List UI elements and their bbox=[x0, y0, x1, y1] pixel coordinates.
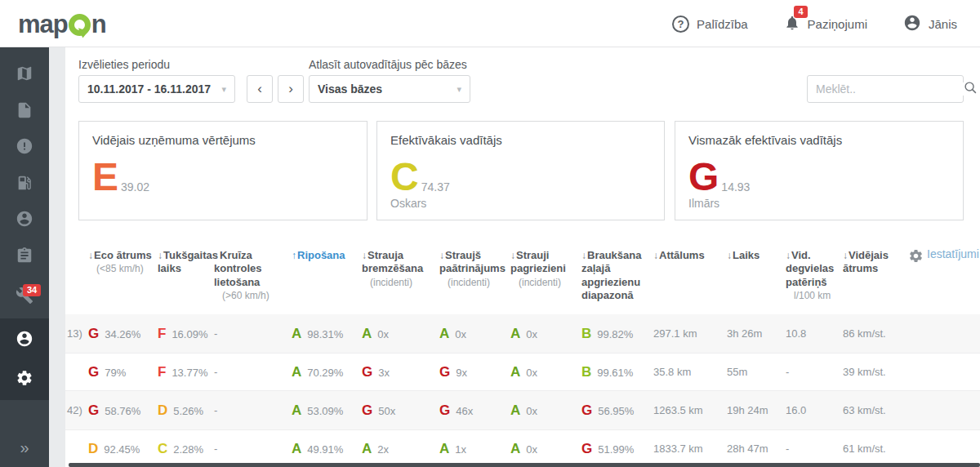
card-company-average: Vidējais uzņēmuma vērtējums E 39.02 bbox=[78, 121, 368, 220]
sidebar-item-map[interactable] bbox=[16, 64, 33, 82]
distance-cell: 35.8 km bbox=[653, 366, 727, 378]
column-header-1[interactable]: ↓Tukšgaitas laiks bbox=[158, 241, 214, 314]
fuel-cell: - bbox=[786, 366, 843, 378]
grade-letter: A bbox=[292, 364, 301, 380]
sort-desc-icon: ↓ bbox=[88, 250, 93, 261]
time-cell: 19h 24m bbox=[727, 404, 786, 416]
grade-cell: D92.45% bbox=[88, 441, 158, 457]
grade-cell: A70.29% bbox=[292, 364, 362, 380]
table-row[interactable]: D92.45%C2.28%-A49.91%A2xA1xA0xG51.99%183… bbox=[65, 429, 980, 467]
search-icon[interactable] bbox=[964, 81, 978, 98]
grade-value: 46x bbox=[456, 405, 473, 417]
card-title: Efektīvākais vadītājs bbox=[390, 133, 651, 147]
column-header-0[interactable]: ↓Eco ātrums(<85 km/h) bbox=[88, 241, 158, 314]
column-header-5[interactable]: ↓Straujš paātrinājums(incidenti) bbox=[439, 241, 510, 314]
column-sublabel: (<85 km/h) bbox=[96, 263, 158, 275]
base-select[interactable]: Visas bāzes ▾ bbox=[309, 75, 470, 103]
user-avatar-icon bbox=[903, 14, 921, 34]
card-title: Vidējais uzņēmuma vērtējums bbox=[92, 133, 354, 147]
sidebar-collapse-button[interactable]: » bbox=[0, 438, 49, 457]
grade-value: 3x bbox=[378, 367, 390, 379]
table-row[interactable]: G79%F13.77%-A70.29%G3xG9xA0xB99.61%35.8 … bbox=[65, 353, 980, 391]
avg-speed-cell: 61 km/st. bbox=[843, 443, 908, 455]
column-label: Braukšana zaļajā apgriezienu diapazonā bbox=[581, 249, 641, 301]
grade-value: 99.82% bbox=[597, 328, 633, 340]
sidebar-item-drivers[interactable] bbox=[16, 210, 33, 228]
fuel-cell: - bbox=[786, 443, 843, 455]
column-header-3[interactable]: ↑Ripošana bbox=[292, 241, 362, 314]
column-header-9[interactable]: ↓Laiks bbox=[727, 241, 786, 314]
top-bar: map n ? Palīdzība 4 Paziņojumi Jānis bbox=[0, 0, 980, 47]
sort-desc-icon: ↓ bbox=[786, 250, 791, 261]
column-label: Laiks bbox=[733, 249, 760, 261]
grade-cell: G58.76% bbox=[88, 403, 158, 419]
sidebar-item-driver-profile[interactable] bbox=[16, 330, 33, 348]
grade-cell: F16.09% bbox=[158, 326, 214, 342]
sidebar-item-tasks[interactable] bbox=[16, 247, 33, 265]
sidebar-nav: 34 » bbox=[0, 47, 49, 467]
search-field[interactable] bbox=[807, 75, 964, 103]
column-label: Strauja bremzēšana bbox=[362, 249, 423, 274]
notifications-menu[interactable]: 4 Paziņojumi bbox=[784, 15, 867, 33]
grade-letter: A bbox=[292, 326, 301, 341]
grade-cell: A49.91% bbox=[292, 441, 362, 457]
grade-letter: G bbox=[362, 403, 372, 418]
sidebar-item-documents[interactable] bbox=[16, 101, 33, 119]
column-header-8[interactable]: ↓Attālums bbox=[653, 241, 727, 314]
user-menu[interactable]: Jānis bbox=[903, 14, 957, 34]
table-settings-button[interactable]: Iestatījumi bbox=[908, 241, 980, 314]
driver-name: Oskars bbox=[390, 197, 426, 210]
grade-letter: A bbox=[439, 441, 449, 456]
period-select[interactable]: 10.11.2017 - 16.11.2017 ▾ bbox=[78, 75, 235, 103]
grade-letter: C bbox=[158, 441, 167, 456]
column-header-6[interactable]: ↓Strauji pagriezieni(incidenti) bbox=[510, 241, 581, 314]
grade-letter: G bbox=[581, 403, 592, 418]
table-row[interactable]: 13)G34.26%F16.09%-A98.31%A0xA0xA0xB99.82… bbox=[65, 314, 980, 353]
sidebar-item-fuel[interactable] bbox=[16, 174, 33, 192]
grade-letter: A bbox=[510, 403, 520, 418]
grade-value: 2.28% bbox=[173, 443, 203, 456]
next-period-button[interactable]: › bbox=[278, 75, 304, 103]
column-label: Kruīza kontroles lietošana bbox=[214, 249, 262, 288]
table-row[interactable]: 42)G58.76%D5.26%-A53.09%G50xG46xA0xG56.9… bbox=[65, 391, 980, 429]
sort-desc-icon: ↓ bbox=[843, 250, 848, 261]
table-header-row: ↓Eco ātrums(<85 km/h)↓Tukšgaitas laiks↓K… bbox=[65, 241, 980, 314]
column-header-11[interactable]: ↓Vidējais ātrums bbox=[843, 241, 908, 314]
column-header-4[interactable]: ↓Strauja bremzēšana(incidenti) bbox=[362, 241, 439, 314]
grade-cell: C2.28% bbox=[158, 441, 214, 457]
column-label: Ripošana bbox=[297, 249, 345, 261]
grade-value: 5.26% bbox=[173, 405, 203, 417]
grade-cell: B99.61% bbox=[581, 364, 653, 380]
sidebar-item-settings[interactable] bbox=[16, 369, 33, 387]
prev-period-button[interactable]: ‹ bbox=[247, 75, 273, 103]
grade-letter: G bbox=[88, 403, 99, 418]
avg-speed-cell: 63 km/st. bbox=[843, 404, 908, 416]
column-header-2[interactable]: ↓Kruīza kontroles lietošana(>60 km/h) bbox=[214, 241, 292, 314]
grade-letter: G bbox=[688, 158, 719, 197]
column-header-10[interactable]: ↓Vid. degvielas patēriņšl/100 km bbox=[786, 241, 843, 314]
grade-cell: G46x bbox=[439, 403, 510, 419]
grade-value: 74.37 bbox=[421, 180, 450, 193]
grade-letter: G bbox=[581, 441, 592, 456]
sort-desc-icon: ↓ bbox=[727, 250, 732, 261]
grade-cell: G34.26% bbox=[88, 326, 158, 342]
column-label: Vid. degvielas patēriņš bbox=[786, 249, 834, 288]
grade-cell: A0x bbox=[510, 326, 581, 342]
fuel-cell: 16.0 bbox=[786, 404, 843, 416]
grade-letter: A bbox=[510, 364, 520, 380]
card-least-efficient: Vismazāk efektīvais vadītājs G 14.93 Ilm… bbox=[675, 121, 964, 220]
column-header-7[interactable]: ↓Braukšana zaļajā apgriezienu diapazonā bbox=[581, 241, 653, 314]
help-menu[interactable]: ? Palīdzība bbox=[672, 16, 748, 33]
sidebar-item-alerts[interactable] bbox=[16, 137, 33, 155]
mapon-logo[interactable]: map n bbox=[18, 10, 106, 39]
grade-cell: G50x bbox=[362, 403, 439, 419]
grade-letter: A bbox=[510, 326, 520, 341]
column-label: Tukšgaitas laiks bbox=[158, 249, 218, 274]
driver-name: Ilmārs bbox=[688, 197, 719, 210]
column-sublabel: (incidenti) bbox=[370, 277, 439, 289]
fuel-cell: 10.8 bbox=[786, 327, 843, 340]
sort-desc-icon: ↓ bbox=[581, 250, 586, 261]
search-input[interactable] bbox=[816, 82, 964, 96]
horizontal-scrollbar[interactable] bbox=[69, 463, 980, 467]
notifications-label: Paziņojumi bbox=[808, 17, 867, 31]
